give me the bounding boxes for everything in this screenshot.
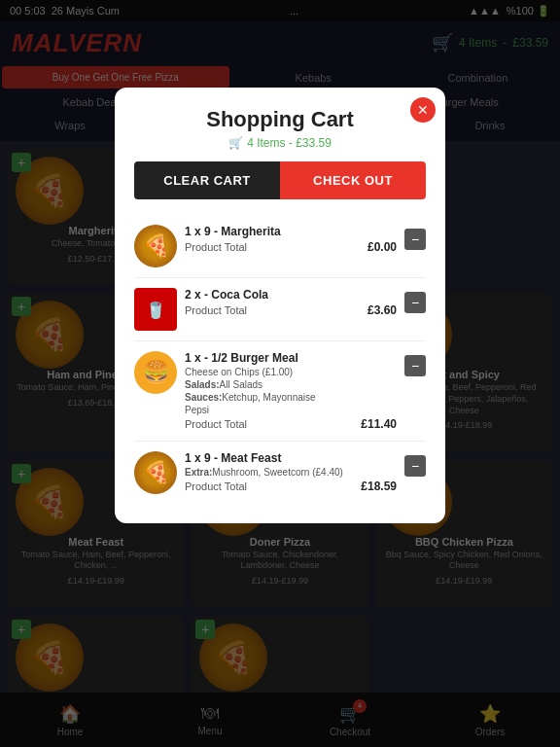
cart-items-summary: 4 Items - £33.59 [247,136,332,150]
cart-burger-image: 🍔 [134,351,177,394]
cart-coca-cola-total-label: Product Total [185,304,247,316]
cart-meat-feast-extra: Extra:Mushroom, Sweetcorn (£4.40) [185,467,397,478]
cart-meat-feast-name: 1 x 9 - Meat Feast [185,451,397,465]
remove-burger-button[interactable]: − [404,355,426,376]
cart-burger-price: £11.40 [361,417,397,431]
cart-coca-cola-price: £3.60 [368,303,397,317]
cart-coca-cola-total-row: Product Total £3.60 [185,303,397,317]
cart-burger-total-row: Product Total £11.40 [185,417,397,431]
cart-meat-feast-details: 1 x 9 - Meat Feast Extra:Mushroom, Sweet… [185,451,397,493]
checkout-button[interactable]: CHECK OUT [280,161,426,199]
clear-cart-button[interactable]: CLEAR CART [134,161,280,199]
cart-icon-modal: 🛒 [228,136,243,150]
cart-margherita-details: 1 x 9 - Margherita Product Total £0.00 [185,225,397,254]
cart-burger-extra4: Pepsi [185,405,397,415]
cart-meat-feast-total-row: Product Total £18.59 [185,480,397,493]
cart-coca-cola-name: 2 x - Coca Cola [185,288,397,302]
cart-title: Shopping Cart [134,107,426,132]
remove-coca-cola-button[interactable]: − [404,292,426,313]
cart-burger-extra2: Salads:All Salads [185,379,397,390]
cart-margherita-total-row: Product Total £0.00 [185,240,397,254]
cart-meat-feast-total-label: Product Total [185,480,247,492]
cart-margherita-price: £0.00 [368,240,397,254]
remove-margherita-button[interactable]: − [404,229,426,250]
cart-item-meat-feast: 🍕 1 x 9 - Meat Feast Extra:Mushroom, Swe… [134,442,426,504]
cart-item-burger-meal: 🍔 1 x - 1/2 Burger Meal Cheese on Chips … [134,341,426,442]
cart-item-coca-cola: 🥤 2 x - Coca Cola Product Total £3.60 − [134,278,426,341]
cart-burger-name: 1 x - 1/2 Burger Meal [185,351,397,365]
cart-margherita-image: 🍕 [134,225,177,267]
cart-coca-cola-image: 🥤 [134,288,177,331]
cart-burger-extra1: Cheese on Chips (£1.00) [185,367,397,377]
cart-modal: ✕ Shopping Cart 🛒 4 Items - £33.59 CLEAR… [115,88,445,523]
cart-burger-total-label: Product Total [185,418,247,430]
cart-burger-extra3: Sauces:Ketchup, Mayonnaise [185,392,397,403]
cart-actions: CLEAR CART CHECK OUT [134,161,426,199]
cart-burger-details: 1 x - 1/2 Burger Meal Cheese on Chips (£… [185,351,397,431]
cart-margherita-name: 1 x 9 - Margherita [185,225,397,238]
remove-meat-feast-button[interactable]: − [404,455,426,477]
cart-item-margherita: 🍕 1 x 9 - Margherita Product Total £0.00… [134,215,426,278]
cart-subtitle: 🛒 4 Items - £33.59 [134,136,426,150]
modal-overlay: ✕ Shopping Cart 🛒 4 Items - £33.59 CLEAR… [0,0,560,747]
cart-margherita-total-label: Product Total [185,241,247,253]
cart-close-button[interactable]: ✕ [410,97,436,123]
cart-meat-feast-image: 🍕 [134,451,177,494]
cart-meat-feast-price: £18.59 [361,480,397,493]
cart-coca-cola-details: 2 x - Coca Cola Product Total £3.60 [185,288,397,317]
